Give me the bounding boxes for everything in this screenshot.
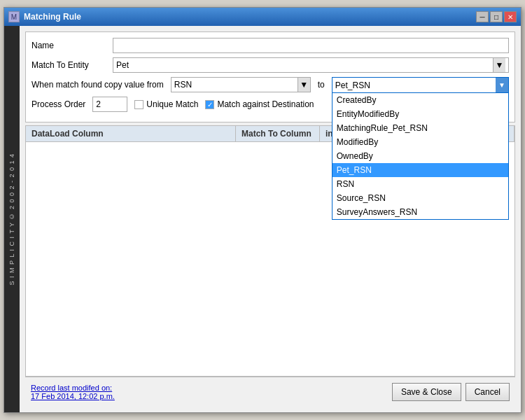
when-match-row: When match found copy value from RSN ▼ t… (31, 77, 509, 92)
match-against-label[interactable]: ✓ Match against Destination (205, 99, 314, 109)
record-text-line2: 17 Feb 2014, 12:02 p.m. (31, 392, 115, 400)
from-select[interactable]: RSN ▼ (171, 77, 311, 92)
process-order-input[interactable] (92, 97, 127, 112)
name-input[interactable] (113, 38, 509, 53)
to-value: Pet_RSN (332, 80, 373, 90)
name-label: Name (31, 41, 108, 50)
dropdown-item-sourcersn[interactable]: Source_RSN (332, 191, 508, 205)
dropdown-item-surveyanswersrsn[interactable]: SurveyAnswers_RSN (332, 205, 508, 219)
title-bar: M Matching Rule ─ □ ✕ (4, 8, 521, 26)
match-to-entity-label: Match To Entity (31, 60, 108, 70)
sidebar: S I M P L I C I T Y © 2 0 0 2 - 2 0 1 4 (4, 26, 20, 412)
unique-match-checkbox[interactable] (134, 100, 144, 109)
minimize-button[interactable]: ─ (476, 11, 489, 22)
maximize-button[interactable]: □ (490, 11, 503, 22)
to-dropdown-container: Pet_RSN ▼ CreatedBy EntityModifiedBy Mat… (332, 77, 509, 92)
dropdown-item-matchingrule[interactable]: MatchingRule_Pet_RSN (332, 121, 508, 135)
unique-match-text: Unique Match (146, 99, 198, 109)
main-content: Name Match To Entity Pet ▼ When match fo… (20, 26, 521, 412)
dropdown-item-ownedby[interactable]: OwnedBy (332, 149, 508, 163)
to-select[interactable]: Pet_RSN ▼ (332, 77, 509, 92)
from-value: RSN (172, 80, 195, 90)
column-header-match: Match To Column (236, 126, 320, 141)
to-label: to (318, 80, 325, 90)
window-icon: M (8, 11, 20, 22)
to-dropdown-list: CreatedBy EntityModifiedBy MatchingRule_… (332, 92, 509, 220)
matching-rule-window: M Matching Rule ─ □ ✕ S I M P L I C I T … (4, 7, 522, 413)
title-bar-left: M Matching Rule (8, 11, 81, 22)
match-to-entity-value: Pet (116, 60, 129, 70)
unique-match-label[interactable]: Unique Match (134, 99, 198, 109)
column-header-dataload: DataLoad Column (26, 126, 236, 141)
record-info: Record last modifed on: 17 Feb 2014, 12:… (31, 384, 115, 400)
sidebar-text: S I M P L I C I T Y © 2 0 0 2 - 2 0 1 4 (8, 153, 15, 285)
match-against-text: Match against Destination (217, 99, 314, 109)
dropdown-item-createdby[interactable]: CreatedBy (332, 93, 508, 107)
match-to-entity-row: Match To Entity Pet ▼ (31, 57, 509, 73)
close-button[interactable]: ✕ (504, 11, 517, 22)
save-close-button[interactable]: Save & Close (392, 383, 461, 401)
cancel-button[interactable]: Cancel (465, 383, 510, 401)
form-section: Name Match To Entity Pet ▼ When match fo… (25, 31, 515, 122)
dropdown-item-rsn[interactable]: RSN (332, 177, 508, 191)
match-against-checkbox[interactable]: ✓ (205, 100, 214, 109)
record-text-line1: Record last modifed on: (31, 384, 115, 392)
to-select-arrow: ▼ (496, 78, 508, 92)
footer-buttons: Save & Close Cancel (392, 383, 510, 401)
from-select-arrow: ▼ (298, 78, 310, 92)
dropdown-item-petrsn[interactable]: Pet_RSN (332, 163, 508, 177)
footer: Record last modifed on: 17 Feb 2014, 12:… (25, 377, 515, 407)
match-to-entity-arrow: ▼ (493, 58, 505, 72)
name-row: Name (31, 38, 509, 53)
when-match-label: When match found copy value from (31, 80, 164, 90)
title-buttons: ─ □ ✕ (476, 11, 517, 22)
content-area: S I M P L I C I T Y © 2 0 0 2 - 2 0 1 4 … (4, 26, 521, 412)
match-to-entity-select[interactable]: Pet ▼ (113, 57, 509, 73)
dropdown-item-entitymodifiedby[interactable]: EntityModifiedBy (332, 107, 508, 121)
window-title: Matching Rule (24, 12, 81, 22)
dropdown-item-modifiedby[interactable]: ModifiedBy (332, 135, 508, 149)
process-order-label: Process Order (31, 99, 85, 109)
